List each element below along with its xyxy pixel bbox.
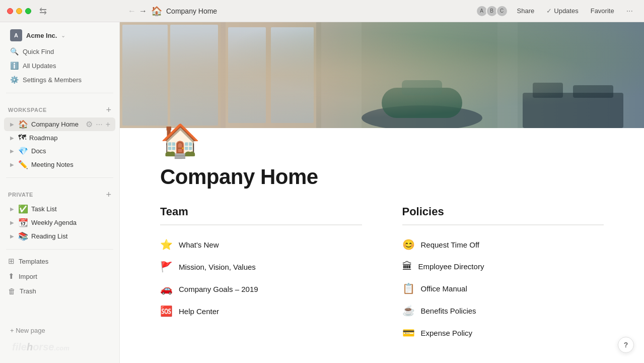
expand-arrow-icon[interactable]: ▶ [8,147,16,155]
weekly-agenda-icon: 📆 [18,218,28,227]
titlebar-center: ← → 🏠 Company Home [120,6,476,17]
expand-arrow-icon[interactable]: ▶ [8,161,16,169]
maximize-button[interactable] [25,8,31,14]
svg-rect-9 [402,80,442,95]
col-item-label: What's New [179,240,219,249]
sidebar-item-label: Trash [20,287,36,295]
sidebar-item-weekly-agenda[interactable]: ▶ 📆 Weekly Agenda [4,216,115,229]
back-arrow[interactable]: ← [128,7,136,16]
svg-rect-3 [170,25,218,126]
help-button[interactable]: ? [618,337,634,353]
updates-button[interactable]: ✓ Updates [543,5,581,17]
sidebar-item-label: Import [19,273,37,280]
sidebar-item-all-updates[interactable]: ℹ️ All Updates [6,58,113,73]
workspace-section: WORKSPACE + ▶ 🏠 Company Home ⚙ ··· + ▶ 🗺… [0,97,119,173]
team-item-help-center[interactable]: 🆘 Help Center [160,300,362,322]
more-button[interactable]: ··· [623,5,636,18]
more-icon[interactable]: ··· [95,120,103,129]
page-title-area: 🏠 Company Home [151,6,217,17]
smile-icon: 😊 [402,238,415,251]
sidebar-item-roadmap[interactable]: ▶ 🗺 Roadmap [4,131,115,144]
team-column: Team ⭐ What's New 🚩 Mission, Vision, Val… [160,205,362,344]
sidebar-item-label: Quick Find [23,48,54,55]
forward-arrow[interactable]: → [139,7,147,16]
sidebar-item-label: Meeting Notes [31,161,111,168]
main-content: 🏠 Company Home Team ⭐ What's New 🚩 Missi… [120,22,644,363]
nav-arrows: ← → [128,7,147,16]
titlebar-left: ⇆ [0,6,120,17]
sidebar-item-company-home[interactable]: ▶ 🏠 Company Home ⚙ ··· + [4,117,115,131]
add-workspace-item-button[interactable]: + [106,105,111,114]
sidebar-item-quick-find[interactable]: 🔍 Quick Find [6,44,113,58]
sidebar-divider-2 [6,177,113,178]
sidebar-item-import[interactable]: ⬆ Import [0,269,119,284]
workspace-name: Acme Inc. [26,32,57,39]
sidebar-toggle-button[interactable]: ⇆ [39,6,47,17]
star-icon: ⭐ [160,238,173,251]
favorite-button[interactable]: Favorite [588,5,617,17]
trash-icon: 🗑 [8,287,16,295]
building-icon: 🏛 [402,261,412,272]
sidebar-item-docs[interactable]: ▶ 💎 Docs [4,144,115,158]
policies-item-benefits[interactable]: ☕ Benefits Policies [402,299,604,322]
sidebar-item-settings[interactable]: ⚙️ Settings & Members [6,73,113,87]
col-item-label: Mission, Vision, Values [179,263,256,271]
sidebar-footer: + New page filehorse.com [0,320,119,363]
team-item-mission[interactable]: 🚩 Mission, Vision, Values [160,256,362,278]
sos-icon: 🆘 [160,305,173,317]
col-item-label: Benefits Policies [421,307,476,315]
sidebar-item-label: Docs [31,147,111,155]
sidebar: A Acme Inc. ⌄ 🔍 Quick Find ℹ️ All Update… [0,22,120,363]
templates-icon: ⊞ [8,257,15,266]
workspace-header[interactable]: A Acme Inc. ⌄ [6,26,113,44]
team-item-whats-new[interactable]: ⭐ What's New [160,233,362,256]
policies-column: Policies 😊 Request Time Off 🏛 Employee D… [402,205,604,344]
sidebar-item-label: Roadmap [29,134,111,142]
new-page-button[interactable]: + New page [4,324,115,337]
share-button[interactable]: Share [514,5,538,17]
page-title: Company Home [160,165,604,189]
sidebar-item-trash[interactable]: 🗑 Trash [0,284,119,298]
col-item-label: Company Goals – 2019 [179,285,258,293]
policies-header: Policies [402,205,604,225]
gear-icon: ⚙️ [10,76,19,84]
policies-item-expense-policy[interactable]: 💳 Expense Policy [402,322,604,344]
settings-icon[interactable]: ⚙ [85,119,94,129]
sidebar-item-task-list[interactable]: ▶ ✅ Task List [4,202,115,216]
expand-arrow-icon[interactable]: ▶ [8,120,16,129]
sidebar-item-reading-list[interactable]: ▶ 📚 Reading List [4,229,115,243]
policies-item-employee-directory[interactable]: 🏛 Employee Directory [402,256,604,277]
add-private-item-button[interactable]: + [106,190,111,199]
workspace-chevron-icon: ⌄ [61,32,65,39]
credit-card-icon: 💳 [402,327,415,339]
private-section-header: PRIVATE + [4,188,115,201]
sidebar-item-label: Weekly Agenda [31,219,111,226]
sidebar-item-actions: ⚙ ··· + [85,119,111,129]
col-item-label: Request Time Off [421,240,479,249]
page-header-icon: 🏠 [160,112,604,165]
sidebar-item-label: Task List [31,205,111,213]
titlebar: ⇆ ← → 🏠 Company Home A B C Share ✓ Updat… [0,0,644,22]
policies-item-office-manual[interactable]: 📋 Office Manual [402,277,604,299]
sidebar-item-templates[interactable]: ⊞ Templates [0,254,119,269]
info-icon: ℹ️ [10,62,19,70]
meeting-notes-icon: ✏️ [18,160,28,169]
sidebar-item-meeting-notes[interactable]: ▶ ✏️ Meeting Notes [4,158,115,171]
coffee-icon: ☕ [402,305,415,317]
docs-icon: 💎 [18,146,28,156]
close-button[interactable] [7,8,13,14]
search-icon: 🔍 [10,47,19,55]
private-section: PRIVATE + ▶ ✅ Task List ▶ 📆 Weekly Agend… [0,182,119,245]
team-item-company-goals[interactable]: 🚗 Company Goals – 2019 [160,278,362,300]
expand-arrow-icon[interactable]: ▶ [8,219,16,227]
add-subitem-icon[interactable]: + [105,120,111,129]
avatar-group: A B C [476,5,508,17]
expand-arrow-icon[interactable]: ▶ [8,134,16,142]
page-body: 🏠 Company Home Team ⭐ What's New 🚩 Missi… [120,128,644,363]
minimize-button[interactable] [16,8,22,14]
svg-rect-5 [228,27,266,123]
col-item-label: Expense Policy [421,329,473,337]
expand-arrow-icon[interactable]: ▶ [8,232,16,240]
expand-arrow-icon[interactable]: ▶ [8,205,16,213]
policies-item-request-time-off[interactable]: 😊 Request Time Off [402,233,604,256]
